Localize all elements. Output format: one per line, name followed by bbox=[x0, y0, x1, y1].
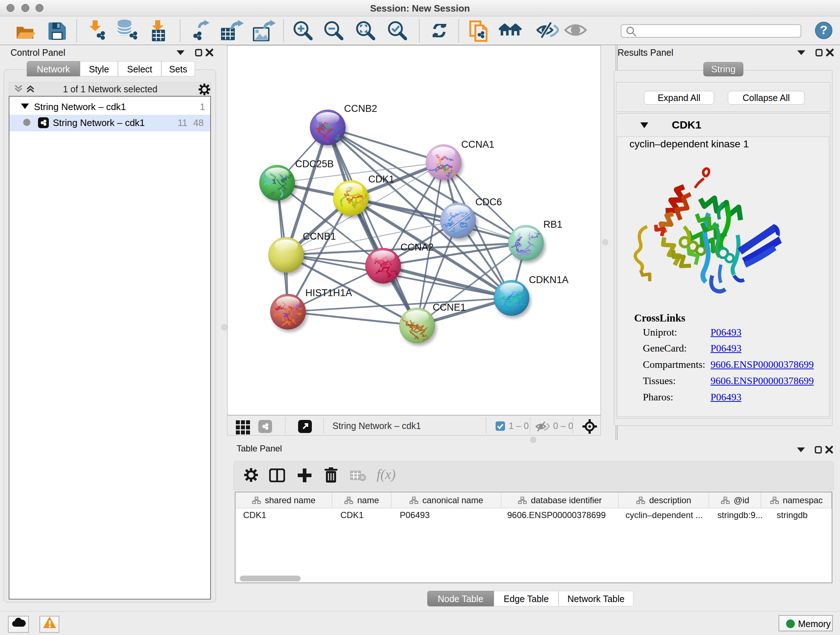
svg-text:CDKN1A: CDKN1A bbox=[529, 274, 569, 285]
svg-text:?: ? bbox=[820, 23, 828, 36]
svg-text:CCNE1: CCNE1 bbox=[433, 302, 466, 313]
svg-text:HIST1H1A: HIST1H1A bbox=[305, 287, 352, 298]
svg-text:CDC25B: CDC25B bbox=[295, 158, 334, 169]
svg-text:CDC6: CDC6 bbox=[475, 196, 502, 207]
svg-text:CCNB1: CCNB1 bbox=[303, 231, 336, 242]
svg-text:CDK1: CDK1 bbox=[368, 174, 394, 185]
svg-text:RB1: RB1 bbox=[543, 219, 562, 230]
svg-text:CCNA2: CCNA2 bbox=[401, 242, 434, 253]
svg-text:CCNB2: CCNB2 bbox=[344, 103, 377, 114]
svg-text:CCNA1: CCNA1 bbox=[461, 139, 494, 150]
